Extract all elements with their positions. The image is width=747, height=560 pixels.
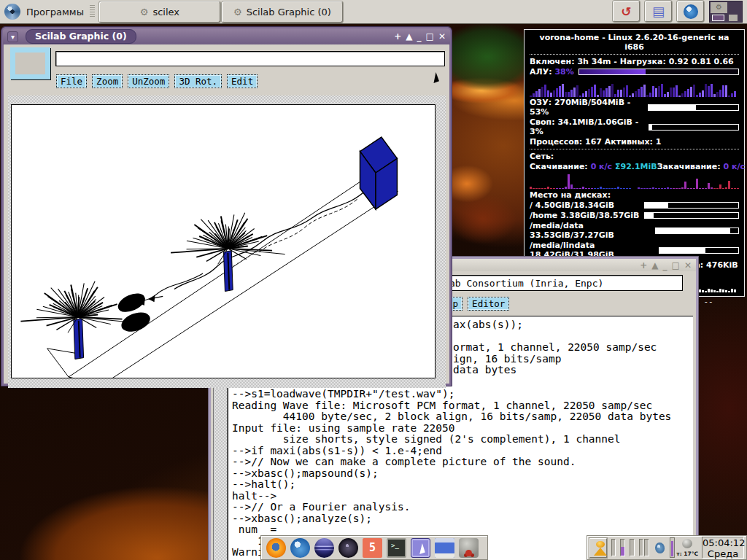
- dock-icon-seal[interactable]: [459, 538, 479, 558]
- task-button-scilab-graphic-0[interactable]: ⚙Scilab Graphic (0): [222, 1, 343, 23]
- disk-bar: [644, 202, 739, 209]
- mixer-slider[interactable]: [639, 539, 644, 556]
- thunderbird-icon: [684, 4, 698, 19]
- network-rates: Скачивание: 0 к/с Σ92.1MiB Закачивание: …: [530, 162, 739, 171]
- download-rate: 0 к/с: [591, 162, 613, 171]
- graphic-titlebar[interactable]: ▾ Scilab Graphic (0) +▲_□✕: [3, 28, 450, 44]
- plot-scroll-area[interactable]: [8, 96, 446, 388]
- cpu-history-graph: [530, 77, 739, 97]
- 3d-rot-button[interactable]: 3D Rot.: [174, 74, 222, 88]
- clock-time: 05:04:12: [703, 537, 743, 548]
- divider: [530, 54, 739, 55]
- window-title: Scilab Graphic (0): [26, 29, 136, 44]
- window-control-minimize[interactable]: _: [417, 31, 422, 42]
- disk-row: / 4.50GiB/18.34GiB: [530, 201, 739, 210]
- swap-text: Своп: 34.1MiB/1.06GiB - 3%: [530, 117, 649, 136]
- disk-bar: [659, 247, 739, 254]
- scilab-graphic-window: ▾ Scilab Graphic (0) +▲_□✕ FileZoomUnZoo…: [1, 27, 452, 386]
- console-lines: -->s1=loadwave(TMPDIR+"/test.wav"); Read…: [232, 389, 671, 559]
- disk-bar: [655, 228, 739, 234]
- applications-menu[interactable]: Программы: [26, 7, 84, 18]
- dock-icon-eclipse[interactable]: [314, 538, 334, 558]
- processes-text: Процессов: 167 Активных: 1: [530, 137, 739, 147]
- application-dock: [260, 535, 488, 560]
- disk-label: /media/data 33.53GiB/37.27GiB: [530, 221, 655, 240]
- ram-bar: [648, 104, 739, 111]
- conky-disks: / 4.50GiB/18.34GiB/home 3.38GiB/38.57GiB…: [530, 201, 739, 260]
- download-total: Σ92.1MiB: [615, 162, 657, 171]
- dock-icon-globe-dark[interactable]: [338, 538, 358, 558]
- disk-row: /media/data 33.53GiB/37.27GiB: [530, 221, 739, 240]
- upload-label: Закачивание:: [657, 162, 721, 171]
- window-menu-icon[interactable]: ▾: [7, 31, 18, 42]
- book-launcher[interactable]: ▤: [645, 1, 672, 22]
- thunderbird-launcher[interactable]: [677, 1, 704, 22]
- host-title: vorona-home - Linux 2.6.20-16-generic на…: [530, 33, 739, 52]
- download-history-graph: [530, 173, 632, 189]
- disk-row: /home 3.38GiB/38.57GiB: [530, 211, 739, 220]
- top-panel: Программы ⚙scilex⚙Scilab Graphic (0) ↺ ▤…: [0, 0, 747, 24]
- task-label: scilex: [152, 7, 179, 18]
- graphic-command-field[interactable]: [55, 51, 445, 66]
- plot-canvas[interactable]: [11, 104, 436, 378]
- window-control-shade[interactable]: ▲: [406, 31, 412, 42]
- disk-label: /home 3.38GiB/38.57GiB: [530, 211, 639, 220]
- dock-icon-terminal[interactable]: [387, 538, 406, 558]
- mixer-slider[interactable]: [630, 539, 635, 556]
- swap-row: Своп: 34.1MiB/1.06GiB - 3%: [530, 117, 739, 136]
- user-switcher-icon[interactable]: [589, 538, 607, 558]
- cpu-percent: 38%: [554, 67, 573, 77]
- window-control-close[interactable]: ✕: [438, 31, 446, 42]
- dock-icon-floppy[interactable]: [435, 538, 454, 558]
- gray-sphere-icon[interactable]: [682, 539, 692, 548]
- window-control-plus[interactable]: +: [640, 260, 647, 271]
- workspace-pager[interactable]: ⚙: [709, 1, 743, 23]
- window-control-maximize[interactable]: □: [672, 260, 680, 271]
- 3d-scene: [12, 105, 435, 378]
- file-button[interactable]: File: [56, 74, 87, 88]
- ram-row: ОЗУ: 270MiB/504MiB - 53%: [530, 98, 739, 117]
- red-swirl-icon: ↺: [621, 4, 631, 19]
- gear-icon: ⚙: [140, 7, 149, 18]
- window-control-minimize[interactable]: _: [663, 260, 667, 271]
- editor-button[interactable]: Editor: [468, 297, 509, 311]
- book-icon: ▤: [652, 4, 665, 19]
- ram-text: ОЗУ: 270MiB/504MiB - 53%: [530, 98, 648, 117]
- download-label: Скачивание:: [530, 162, 588, 171]
- network-label: Сеть:: [530, 152, 739, 161]
- unzoom-button[interactable]: UnZoom: [128, 74, 169, 88]
- edit-button[interactable]: Edit: [227, 74, 258, 88]
- workspace-window-thumb[interactable]: [712, 15, 724, 21]
- blue-blob-icon[interactable]: [655, 542, 665, 553]
- red-swirl-launcher[interactable]: ↺: [613, 1, 640, 22]
- graphic-corner-button[interactable]: [10, 47, 50, 79]
- window-control-plus[interactable]: +: [394, 31, 401, 42]
- gear-icon: ⚙: [233, 7, 242, 18]
- uptime-load: Включен: 3h 34m - Нагрузка: 0.92 0.81 0.…: [530, 57, 739, 66]
- upload-history-graph: [638, 173, 740, 189]
- dock-icon-firefox[interactable]: [266, 538, 286, 558]
- clock[interactable]: 05:04:12 Среда: [702, 537, 744, 559]
- distro-logo-icon[interactable]: [4, 4, 20, 20]
- zoom-button[interactable]: Zoom: [92, 74, 123, 88]
- temperature-bar[interactable]: [670, 537, 675, 558]
- dock-icon-thunderbird[interactable]: [290, 538, 310, 558]
- dock-icon-bt5[interactable]: [363, 538, 382, 558]
- window-control-maximize[interactable]: □: [426, 31, 434, 42]
- active-workspace[interactable]: ⚙: [711, 2, 727, 13]
- dock-icon-scilab-launch[interactable]: [411, 538, 430, 558]
- mixer-slider[interactable]: [644, 539, 649, 556]
- disk-bar: [644, 212, 739, 219]
- clock-day: Среда: [703, 548, 743, 559]
- panel-grip[interactable]: [90, 5, 95, 18]
- cpu-label: АЛУ:: [530, 67, 552, 77]
- temperature-label: т: 17°C: [676, 551, 698, 557]
- workspace-thumb[interactable]: [729, 15, 738, 21]
- mixer-slider[interactable]: [620, 539, 625, 556]
- mixer-slider[interactable]: [611, 539, 616, 556]
- task-button-scilex[interactable]: ⚙scilex: [99, 1, 220, 23]
- upload-rate: 0 к/с: [724, 162, 746, 171]
- window-control-close[interactable]: ✕: [684, 260, 692, 271]
- cpu-usage-row: АЛУ: 38%: [530, 67, 739, 77]
- window-control-shade[interactable]: ▲: [651, 260, 658, 271]
